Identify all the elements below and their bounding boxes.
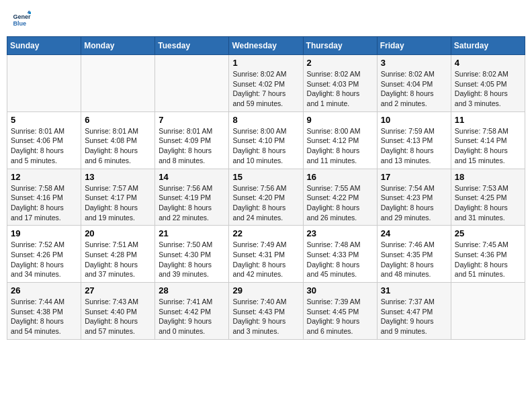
calendar-cell: 4Sunrise: 8:02 AM Sunset: 4:05 PM Daylig… xyxy=(451,55,525,112)
day-number: 25 xyxy=(455,228,521,238)
day-number: 14 xyxy=(159,172,225,182)
cell-content: Sunrise: 7:43 AM Sunset: 4:40 PM Dayligh… xyxy=(85,297,151,336)
cell-content: Sunrise: 8:00 AM Sunset: 4:10 PM Dayligh… xyxy=(232,126,299,166)
calendar-cell: 2Sunrise: 8:02 AM Sunset: 4:03 PM Daylig… xyxy=(303,55,377,112)
cell-content: Sunrise: 7:46 AM Sunset: 4:35 PM Dayligh… xyxy=(381,240,447,279)
cell-content: Sunrise: 7:55 AM Sunset: 4:22 PM Dayligh… xyxy=(307,183,373,223)
week-row-3: 12Sunrise: 7:58 AM Sunset: 4:16 PM Dayli… xyxy=(7,169,525,226)
calendar-cell xyxy=(155,55,229,112)
day-number: 12 xyxy=(11,172,77,182)
week-row-4: 19Sunrise: 7:52 AM Sunset: 4:26 PM Dayli… xyxy=(7,226,525,283)
logo: General Blue xyxy=(12,9,34,28)
calendar-cell: 24Sunrise: 7:46 AM Sunset: 4:35 PM Dayli… xyxy=(377,226,451,283)
calendar-cell: 30Sunrise: 7:39 AM Sunset: 4:45 PM Dayli… xyxy=(303,283,377,340)
day-number: 3 xyxy=(381,58,447,68)
day-number: 20 xyxy=(85,228,151,238)
day-number: 23 xyxy=(307,228,373,238)
week-row-2: 5Sunrise: 8:01 AM Sunset: 4:06 PM Daylig… xyxy=(7,111,525,169)
day-number: 18 xyxy=(455,172,521,182)
day-number: 17 xyxy=(381,172,447,182)
cell-content: Sunrise: 7:37 AM Sunset: 4:47 PM Dayligh… xyxy=(381,297,447,336)
calendar-cell: 5Sunrise: 8:01 AM Sunset: 4:06 PM Daylig… xyxy=(7,111,81,169)
cell-content: Sunrise: 7:51 AM Sunset: 4:28 PM Dayligh… xyxy=(85,240,151,279)
calendar-cell: 12Sunrise: 7:58 AM Sunset: 4:16 PM Dayli… xyxy=(7,169,81,226)
svg-text:General: General xyxy=(13,13,31,20)
day-number: 15 xyxy=(232,172,299,182)
calendar-cell: 25Sunrise: 7:45 AM Sunset: 4:36 PM Dayli… xyxy=(451,226,525,283)
day-number: 21 xyxy=(159,228,225,238)
day-number: 31 xyxy=(381,285,447,295)
day-number: 24 xyxy=(381,228,447,238)
svg-text:Blue: Blue xyxy=(13,20,26,27)
calendar-cell: 27Sunrise: 7:43 AM Sunset: 4:40 PM Dayli… xyxy=(81,283,155,340)
cell-content: Sunrise: 8:02 AM Sunset: 4:04 PM Dayligh… xyxy=(381,69,447,109)
column-header-tuesday: Tuesday xyxy=(155,37,229,55)
calendar-table: SundayMondayTuesdayWednesdayThursdayFrid… xyxy=(7,36,525,340)
day-number: 19 xyxy=(11,228,77,238)
calendar-cell: 17Sunrise: 7:54 AM Sunset: 4:23 PM Dayli… xyxy=(377,169,451,226)
calendar-cell: 1Sunrise: 8:02 AM Sunset: 4:02 PM Daylig… xyxy=(229,55,303,112)
day-number: 29 xyxy=(232,285,299,295)
column-header-sunday: Sunday xyxy=(7,37,81,55)
day-number: 27 xyxy=(85,285,151,295)
cell-content: Sunrise: 7:41 AM Sunset: 4:42 PM Dayligh… xyxy=(159,297,225,336)
calendar-cell: 14Sunrise: 7:56 AM Sunset: 4:19 PM Dayli… xyxy=(155,169,229,226)
day-number: 8 xyxy=(232,115,299,125)
cell-content: Sunrise: 7:59 AM Sunset: 4:13 PM Dayligh… xyxy=(381,126,447,166)
week-row-5: 26Sunrise: 7:44 AM Sunset: 4:38 PM Dayli… xyxy=(7,283,525,340)
cell-content: Sunrise: 7:58 AM Sunset: 4:14 PM Dayligh… xyxy=(455,126,521,166)
calendar-cell: 29Sunrise: 7:40 AM Sunset: 4:43 PM Dayli… xyxy=(229,283,303,340)
column-header-monday: Monday xyxy=(81,37,155,55)
calendar-cell: 20Sunrise: 7:51 AM Sunset: 4:28 PM Dayli… xyxy=(81,226,155,283)
cell-content: Sunrise: 7:45 AM Sunset: 4:36 PM Dayligh… xyxy=(455,240,521,279)
column-header-thursday: Thursday xyxy=(303,37,377,55)
cell-content: Sunrise: 8:00 AM Sunset: 4:12 PM Dayligh… xyxy=(307,126,373,166)
calendar-cell xyxy=(7,55,81,112)
calendar-cell: 15Sunrise: 7:56 AM Sunset: 4:20 PM Dayli… xyxy=(229,169,303,226)
cell-content: Sunrise: 7:48 AM Sunset: 4:33 PM Dayligh… xyxy=(307,240,373,279)
calendar-cell: 18Sunrise: 7:53 AM Sunset: 4:25 PM Dayli… xyxy=(451,169,525,226)
day-number: 9 xyxy=(307,115,373,125)
day-number: 13 xyxy=(85,172,151,182)
calendar-body: 1Sunrise: 8:02 AM Sunset: 4:02 PM Daylig… xyxy=(7,55,525,340)
calendar-cell: 6Sunrise: 8:01 AM Sunset: 4:08 PM Daylig… xyxy=(81,111,155,169)
cell-content: Sunrise: 7:44 AM Sunset: 4:38 PM Dayligh… xyxy=(11,297,77,336)
day-number: 30 xyxy=(307,285,373,295)
cell-content: Sunrise: 7:56 AM Sunset: 4:19 PM Dayligh… xyxy=(159,183,225,223)
calendar-cell: 16Sunrise: 7:55 AM Sunset: 4:22 PM Dayli… xyxy=(303,169,377,226)
day-number: 7 xyxy=(159,115,225,125)
calendar-cell xyxy=(451,283,525,340)
day-number: 2 xyxy=(307,58,373,68)
calendar-cell: 7Sunrise: 8:01 AM Sunset: 4:09 PM Daylig… xyxy=(155,111,229,169)
calendar-cell: 23Sunrise: 7:48 AM Sunset: 4:33 PM Dayli… xyxy=(303,226,377,283)
cell-content: Sunrise: 7:50 AM Sunset: 4:30 PM Dayligh… xyxy=(159,240,225,279)
header-row: SundayMondayTuesdayWednesdayThursdayFrid… xyxy=(7,37,525,55)
calendar-cell: 3Sunrise: 8:02 AM Sunset: 4:04 PM Daylig… xyxy=(377,55,451,112)
day-number: 11 xyxy=(455,115,521,125)
day-number: 6 xyxy=(85,115,151,125)
calendar-cell: 26Sunrise: 7:44 AM Sunset: 4:38 PM Dayli… xyxy=(7,283,81,340)
cell-content: Sunrise: 7:49 AM Sunset: 4:31 PM Dayligh… xyxy=(232,240,299,279)
calendar-cell: 28Sunrise: 7:41 AM Sunset: 4:42 PM Dayli… xyxy=(155,283,229,340)
day-number: 26 xyxy=(11,285,77,295)
calendar-cell: 22Sunrise: 7:49 AM Sunset: 4:31 PM Dayli… xyxy=(229,226,303,283)
day-number: 4 xyxy=(455,58,521,68)
calendar-header: SundayMondayTuesdayWednesdayThursdayFrid… xyxy=(7,37,525,55)
calendar-cell: 21Sunrise: 7:50 AM Sunset: 4:30 PM Dayli… xyxy=(155,226,229,283)
cell-content: Sunrise: 8:02 AM Sunset: 4:03 PM Dayligh… xyxy=(307,69,373,109)
cell-content: Sunrise: 7:57 AM Sunset: 4:17 PM Dayligh… xyxy=(85,183,151,223)
week-row-1: 1Sunrise: 8:02 AM Sunset: 4:02 PM Daylig… xyxy=(7,55,525,112)
cell-content: Sunrise: 7:53 AM Sunset: 4:25 PM Dayligh… xyxy=(455,183,521,223)
calendar-cell: 9Sunrise: 8:00 AM Sunset: 4:12 PM Daylig… xyxy=(303,111,377,169)
column-header-friday: Friday xyxy=(377,37,451,55)
cell-content: Sunrise: 8:01 AM Sunset: 4:08 PM Dayligh… xyxy=(85,126,151,166)
day-number: 1 xyxy=(232,58,299,68)
day-number: 22 xyxy=(232,228,299,238)
calendar-cell: 8Sunrise: 8:00 AM Sunset: 4:10 PM Daylig… xyxy=(229,111,303,169)
calendar-cell: 10Sunrise: 7:59 AM Sunset: 4:13 PM Dayli… xyxy=(377,111,451,169)
day-number: 28 xyxy=(159,285,225,295)
cell-content: Sunrise: 8:02 AM Sunset: 4:02 PM Dayligh… xyxy=(232,69,299,109)
calendar-cell: 11Sunrise: 7:58 AM Sunset: 4:14 PM Dayli… xyxy=(451,111,525,169)
cell-content: Sunrise: 7:58 AM Sunset: 4:16 PM Dayligh… xyxy=(11,183,77,223)
logo-icon: General Blue xyxy=(12,9,31,28)
